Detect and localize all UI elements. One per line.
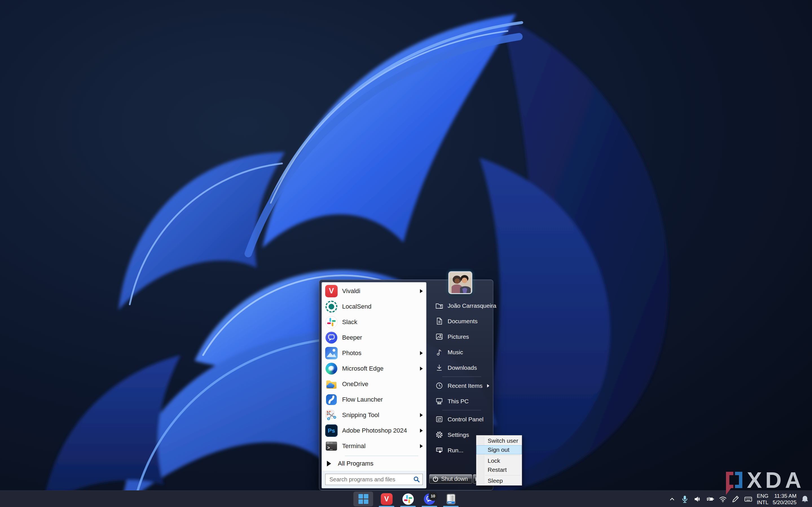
submenu-arrow-icon <box>420 429 423 433</box>
all-programs-arrow-icon <box>327 461 331 466</box>
pictures-item[interactable]: Pictures <box>427 329 491 344</box>
running-indicator <box>379 506 394 507</box>
app-item-microsoft-edge[interactable]: Microsoft Edge <box>322 361 426 376</box>
app-item-photos[interactable]: Photos <box>322 345 426 361</box>
submenu-arrow-icon <box>420 289 423 293</box>
submenu-arrow-icon <box>420 413 423 417</box>
running-indicator <box>443 506 459 507</box>
beeper-icon: 10 <box>424 493 436 505</box>
submenu-arrow-icon <box>420 444 423 448</box>
run-icon <box>436 446 443 454</box>
documents-item[interactable]: Documents <box>427 314 491 329</box>
app-item-flow-launcher[interactable]: Flow Launcher <box>322 392 426 407</box>
date-text: 5/20/2025 <box>772 499 797 506</box>
this-pc-item[interactable]: This PC <box>427 393 491 409</box>
submenu-arrow-icon <box>420 351 423 355</box>
start-menu: V Vivaldi LocalSend <box>319 280 493 490</box>
app-item-vivaldi[interactable]: V Vivaldi <box>322 283 426 299</box>
gear-icon <box>436 431 443 439</box>
xda-watermark: XDA <box>724 470 805 496</box>
microphone-icon[interactable] <box>680 495 689 503</box>
touch-keyboard-icon[interactable] <box>744 495 753 503</box>
notification-bell-icon[interactable] <box>801 495 809 503</box>
xda-logo-brackets-icon <box>724 470 745 496</box>
all-programs-item[interactable]: All Programs <box>322 457 426 470</box>
search-area <box>322 471 426 488</box>
wifi-icon[interactable] <box>719 495 727 503</box>
taskbar-app-icons: V 10 <box>353 491 459 507</box>
app-item-terminal[interactable]: >_ Terminal <box>322 438 426 454</box>
menu-separator <box>485 475 520 475</box>
user-folder-icon <box>436 302 443 309</box>
control-panel-icon <box>436 415 443 423</box>
submenu-arrow-icon <box>487 384 489 388</box>
user-profile-item[interactable]: João Carrasqueira <box>427 298 491 314</box>
clock-icon <box>436 382 443 390</box>
taskbar: V 10 <box>0 490 812 507</box>
xda-logo-text: XDA <box>747 470 805 490</box>
lock-item[interactable]: Lock <box>476 456 522 465</box>
taskbar-beeper-button[interactable]: 10 <box>421 491 438 507</box>
vivaldi-icon: V <box>381 493 393 505</box>
sign-out-item[interactable]: Sign out <box>476 445 522 454</box>
svg-text:>_: >_ <box>327 446 333 451</box>
flow-launcher-icon <box>325 393 338 406</box>
app-item-beeper[interactable]: Beeper <box>322 330 426 345</box>
downloads-item[interactable]: Downloads <box>427 360 491 376</box>
reader-app-icon <box>445 493 457 505</box>
taskbar-slack-button[interactable] <box>400 491 416 507</box>
music-item[interactable]: Music <box>427 344 491 360</box>
photoshop-icon: Ps <box>325 425 338 437</box>
start-button[interactable] <box>353 492 373 506</box>
search-box[interactable] <box>325 474 423 485</box>
monitor-icon <box>436 397 443 405</box>
submenu-arrow-icon <box>420 367 423 371</box>
menu-separator <box>442 377 481 377</box>
pen-icon[interactable] <box>731 495 740 503</box>
recent-items-item[interactable]: Recent Items <box>427 378 491 393</box>
control-panel-item[interactable]: Control Panel <box>427 411 491 427</box>
sleep-item[interactable]: Sleep <box>476 476 522 485</box>
running-indicator <box>422 506 437 507</box>
search-input[interactable] <box>329 476 413 483</box>
power-icon <box>433 476 439 482</box>
slack-icon <box>402 493 414 505</box>
document-icon <box>436 317 443 325</box>
app-item-slack[interactable]: Slack <box>322 314 426 330</box>
beeper-icon <box>325 331 338 344</box>
battery-charging-icon[interactable] <box>706 495 714 503</box>
pictures-icon <box>436 333 443 340</box>
edge-icon <box>325 362 338 375</box>
power-options-menu: Switch user Sign out Lock Restart Sleep <box>476 435 522 486</box>
menu-separator <box>485 455 520 455</box>
switch-user-item[interactable]: Switch user <box>476 436 522 445</box>
menu-separator <box>442 410 481 410</box>
music-note-icon <box>436 348 443 356</box>
start-menu-app-panel: V Vivaldi LocalSend <box>321 282 426 489</box>
app-item-onedrive[interactable]: OneDrive <box>322 376 426 392</box>
localsend-icon <box>325 300 338 313</box>
language-line2: INTL <box>757 499 768 506</box>
restart-item[interactable]: Restart <box>476 465 522 474</box>
app-item-snipping-tool[interactable]: Snipping Tool <box>322 407 426 423</box>
download-icon <box>436 364 443 372</box>
notification-badge: 10 <box>428 492 438 501</box>
slack-icon <box>325 316 338 328</box>
photos-icon <box>325 347 338 359</box>
user-avatar[interactable] <box>449 271 472 294</box>
pinned-app-list: V Vivaldi LocalSend <box>322 282 426 455</box>
app-item-photoshop[interactable]: Ps Adobe Photoshop 2024 <box>322 423 426 438</box>
speaker-icon[interactable] <box>693 495 702 503</box>
running-indicator <box>400 506 416 507</box>
taskbar-reader-app-button[interactable] <box>443 491 459 507</box>
avatar-photo <box>449 272 471 293</box>
search-icon[interactable] <box>413 476 420 483</box>
hidden-icons-chevron-icon[interactable] <box>668 495 676 503</box>
vivaldi-icon: V <box>325 285 338 297</box>
menu-separator <box>345 456 418 456</box>
shut-down-button[interactable]: Shut down <box>429 474 472 484</box>
terminal-icon: >_ <box>325 440 338 452</box>
windows-logo-icon <box>358 494 368 504</box>
app-item-localsend[interactable]: LocalSend <box>322 299 426 314</box>
taskbar-vivaldi-button[interactable]: V <box>378 491 395 507</box>
